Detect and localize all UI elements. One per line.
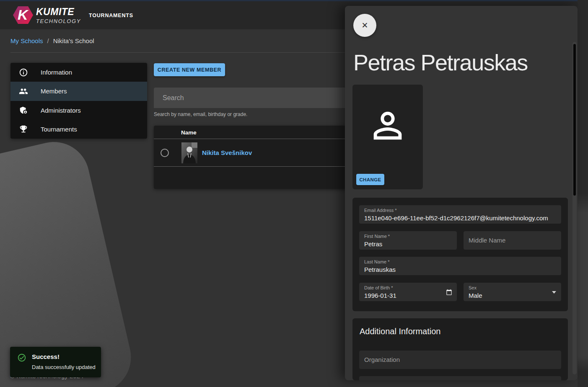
sidebar-item-information[interactable]: Information — [10, 63, 147, 82]
background-right-strip — [578, 0, 588, 387]
date-of-birth-value: 1996-01-31 — [364, 292, 396, 299]
change-photo-button[interactable]: CHANGE — [356, 174, 384, 185]
partially-visible-field[interactable] — [359, 376, 561, 380]
organization-placeholder: Organization — [364, 351, 400, 369]
drawer-scrollbar-thumb[interactable] — [573, 44, 576, 196]
close-drawer-button[interactable]: ✕ — [353, 14, 376, 37]
middle-name-placeholder: Middle Name — [469, 231, 505, 250]
chevron-down-icon — [552, 291, 556, 294]
last-name-value: Petrauskas — [364, 266, 396, 273]
email-value: 1511e040-e696-11ee-bf52-d1c2962126f7@kum… — [364, 214, 548, 222]
brand-subtitle: TECHNOLOGY — [36, 18, 81, 24]
middle-name-field[interactable]: Middle Name — [464, 231, 561, 250]
brand-text: KUMITE TECHNOLOGY — [36, 6, 81, 24]
nav-tournaments-label: TOURNAMENTS — [89, 13, 133, 18]
app-screen: K KUMITE TECHNOLOGY TOURNAMENTS My Schoo… — [0, 0, 588, 387]
sidebar-item-label: Administrators — [41, 107, 81, 114]
breadcrumb-my-schools[interactable]: My Schools — [10, 37, 43, 44]
email-label: Email Address * — [364, 208, 397, 213]
check-circle-icon — [17, 353, 26, 362]
sidebar-item-members[interactable]: Members — [10, 82, 147, 101]
last-name-label: Last Name * — [364, 259, 390, 264]
first-name-value: Petras — [364, 240, 382, 248]
first-name-label: First Name * — [364, 234, 390, 239]
brand-name: KUMITE — [36, 6, 81, 18]
admin-shield-icon — [19, 106, 28, 115]
info-icon — [19, 68, 28, 77]
sidebar-item-tournaments[interactable]: Tournaments — [10, 120, 147, 139]
additional-info-title: Additional Information — [360, 327, 440, 336]
member-name-link[interactable]: Nikita Svešnikov — [202, 149, 252, 156]
date-of-birth-label: Date of Birth * — [364, 285, 393, 290]
date-of-birth-field[interactable]: Date of Birth * 1996-01-31 — [359, 283, 457, 301]
email-field[interactable]: Email Address * 1511e040-e696-11ee-bf52-… — [359, 205, 561, 224]
sidebar-item-label: Information — [41, 69, 72, 76]
sex-select[interactable]: Sex Male — [464, 283, 561, 301]
success-toast: Success! Data successfully updated — [10, 347, 101, 377]
column-header-name: Name — [181, 129, 197, 136]
member-photo-card: CHANGE — [352, 85, 423, 189]
svg-text:K: K — [18, 7, 29, 23]
member-detail-title: Petras Petrauskas — [353, 49, 528, 75]
member-detail-drawer: ✕ Petras Petrauskas CHANGE Email Address… — [345, 6, 578, 380]
last-name-field[interactable]: Last Name * Petrauskas — [359, 257, 561, 275]
sex-value: Male — [469, 292, 482, 299]
breadcrumb-current-school: Nikita's School — [53, 37, 94, 44]
school-sidebar: Information Members Administrators Tourn… — [10, 63, 147, 139]
organization-field[interactable]: Organization — [359, 351, 561, 369]
kumite-logo-icon[interactable]: K — [13, 5, 34, 26]
person-placeholder-icon — [367, 105, 409, 147]
first-name-field[interactable]: First Name * Petras — [359, 231, 457, 250]
additional-info-card: Additional Information Organization — [352, 318, 568, 380]
calendar-icon[interactable] — [446, 289, 452, 295]
toast-title: Success! — [32, 353, 60, 360]
toast-message: Data successfully updated — [32, 364, 96, 370]
close-icon: ✕ — [362, 21, 368, 30]
breadcrumb-separator: / — [47, 37, 49, 44]
search-hint: Search by name, email, birthday or grade… — [154, 111, 247, 117]
member-avatar — [181, 142, 197, 163]
members-icon — [19, 87, 28, 96]
sidebar-item-label: Tournaments — [41, 126, 77, 133]
nav-tournaments[interactable]: TOURNAMENTS — [89, 1, 133, 29]
sex-label: Sex — [469, 285, 477, 290]
sidebar-item-label: Members — [41, 88, 67, 95]
personal-info-card: Email Address * 1511e040-e696-11ee-bf52-… — [352, 198, 568, 311]
trophy-icon — [19, 124, 28, 134]
breadcrumb: My Schools / Nikita's School — [10, 37, 94, 44]
create-new-member-button[interactable]: CREATE NEW MEMBER — [154, 63, 225, 76]
sidebar-item-administrators[interactable]: Administrators — [10, 101, 147, 120]
row-radio-button[interactable] — [161, 149, 169, 157]
